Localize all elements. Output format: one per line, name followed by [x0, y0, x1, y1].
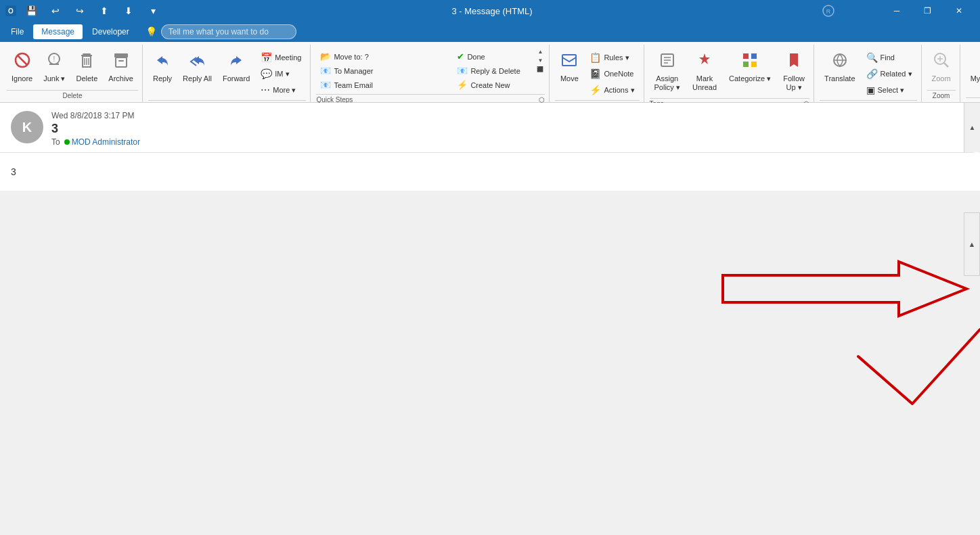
email-from: To MOD Administrator	[51, 137, 969, 147]
svg-text:O: O	[8, 7, 14, 15]
move-buttons: Move 📋 Rules ▾ 📓 OneNote ⚡ Actions ▾	[555, 45, 639, 99]
svg-rect-9	[83, 53, 91, 55]
mark-unread-btn[interactable]: MarkUnread	[688, 47, 721, 95]
onenote-label: OneNote	[604, 70, 633, 78]
team-email-btn[interactable]: 📧 Team Email	[316, 78, 451, 91]
archive-icon	[112, 51, 131, 72]
menu-bar: File Message Developer 💡	[0, 22, 980, 42]
categorize-label: Categorize ▾	[729, 74, 771, 83]
assign-policy-btn[interactable]: AssignPolicy ▾	[650, 47, 685, 95]
qs-scroll-up-btn[interactable]: ▲	[537, 49, 543, 55]
reply-all-btn[interactable]: Reply All	[178, 47, 217, 87]
zoom-btn[interactable]: Zoom	[927, 47, 956, 87]
forward-btn[interactable]: Forward	[218, 47, 254, 87]
ribbon-group-zoom: Zoom Zoom	[923, 45, 960, 102]
tell-me-input[interactable]	[161, 24, 296, 39]
move-label: Move	[560, 74, 579, 83]
rules-btn[interactable]: 📋 Rules ▾	[585, 50, 639, 65]
junk-btn[interactable]: ! Junk ▾	[39, 47, 70, 87]
redo-titlebar-btn[interactable]: ↪	[70, 1, 89, 20]
to-manager-icon: 📧	[320, 66, 331, 76]
restore-btn[interactable]: ❐	[912, 0, 943, 22]
translate-btn[interactable]: Translate	[820, 47, 860, 87]
upload-titlebar-btn[interactable]: ⬆	[95, 1, 114, 20]
svg-rect-15	[116, 57, 127, 67]
reply-btn[interactable]: Reply	[148, 47, 177, 87]
move-to-btn[interactable]: 📂 Move to: ?	[316, 50, 451, 63]
zoom-buttons: Zoom	[927, 45, 956, 89]
related-btn[interactable]: 🔗 Related ▾	[862, 66, 917, 81]
find-btn[interactable]: 🔍 Find	[862, 50, 917, 65]
done-label: Done	[467, 53, 485, 61]
create-new-icon: ⚡	[457, 80, 468, 90]
find-icon: 🔍	[866, 52, 878, 63]
to-manager-btn[interactable]: 📧 To Manager	[316, 64, 451, 77]
team-email-icon: 📧	[320, 80, 331, 90]
menu-file[interactable]: File	[3, 24, 32, 39]
qs-scroll-down-btn[interactable]: ▼	[537, 57, 543, 64]
ignore-label: Ignore	[12, 74, 32, 83]
zoom-icon	[932, 51, 951, 72]
follow-up-btn[interactable]: FollowUp ▾	[778, 47, 809, 95]
reply-delete-btn[interactable]: 📧 Reply & Delete	[453, 64, 534, 77]
undo-titlebar-btn[interactable]: ↩	[46, 1, 65, 20]
delete-label: Delete	[76, 74, 98, 83]
ribbon-group-respond: Reply Reply All Forward 📅 Meeting	[144, 45, 311, 102]
actions-label: Actions ▾	[604, 86, 634, 95]
ribbon: Ignore ! Junk ▾ Delete Archive D	[0, 42, 980, 103]
sender-name: MOD Administrator	[64, 137, 140, 147]
email-header: K ○ Wed 8/8/2018 3:17 PM 3 To MOD Admini…	[0, 103, 980, 153]
ribbon-group-editing: Translate 🔍 Find 🔗 Related ▾ ▣ Select ▾ …	[816, 45, 921, 102]
svg-text:R: R	[826, 8, 831, 15]
app-icon[interactable]: O	[5, 5, 16, 16]
actions-btn[interactable]: ⚡ Actions ▾	[585, 83, 639, 97]
im-label: IM ▾	[275, 70, 289, 78]
save-titlebar-btn[interactable]: 💾	[22, 1, 41, 20]
meeting-label: Meeting	[275, 53, 301, 62]
archive-btn[interactable]: Archive	[104, 47, 138, 87]
categorize-btn[interactable]: Categorize ▾	[724, 47, 776, 87]
translate-label: Translate	[824, 74, 855, 83]
categorize-icon	[740, 51, 759, 72]
ribbon-group-quick-steps: 📂 Move to: ? 📧 To Manager 📧 Team Email ✔…	[312, 45, 550, 102]
select-btn[interactable]: ▣ Select ▾	[862, 83, 917, 97]
svg-rect-16	[118, 60, 124, 62]
menu-developer[interactable]: Developer	[84, 24, 137, 39]
myanalytics-btn[interactable]: MyAnalytics MyAnalytics	[966, 47, 980, 87]
ignore-btn[interactable]: Ignore	[7, 47, 37, 87]
svg-line-31	[944, 63, 948, 67]
close-btn[interactable]: ✕	[943, 0, 975, 22]
onenote-btn[interactable]: 📓 OneNote	[585, 66, 639, 81]
reply-icon	[153, 51, 172, 72]
delete-group-label: Delete	[7, 90, 138, 102]
email-collapse-btn[interactable]: ▲	[964, 103, 980, 152]
assign-policy-icon	[658, 51, 677, 72]
forward-icon	[227, 51, 246, 72]
menu-message[interactable]: Message	[33, 24, 83, 39]
rules-icon: 📋	[589, 52, 601, 63]
ribbon-group-tags: AssignPolicy ▾ MarkUnread Categorize ▾ F…	[646, 45, 815, 102]
move-btn[interactable]: Move	[555, 47, 583, 87]
create-new-btn[interactable]: ⚡ Create New	[453, 78, 534, 91]
reply-all-icon	[188, 51, 207, 72]
down-titlebar-btn[interactable]: ⬇	[119, 1, 138, 20]
translate-icon	[830, 51, 849, 72]
customize-titlebar-btn[interactable]: ▾	[143, 1, 162, 20]
side-collapse-btn[interactable]: ▲	[964, 212, 980, 276]
actions-icon: ⚡	[589, 85, 601, 95]
more-btn[interactable]: ⋯ More ▾	[256, 83, 306, 97]
sender-avatar: K ○	[11, 111, 43, 143]
tell-me-box[interactable]: 💡	[146, 24, 296, 39]
more-icon: ⋯	[261, 85, 270, 95]
email-meta: Wed 8/8/2018 3:17 PM 3 To MOD Administra…	[51, 111, 969, 147]
junk-label: Junk ▾	[43, 74, 65, 83]
qs-expand-btn[interactable]: ⬛	[537, 66, 543, 72]
meeting-btn[interactable]: 📅 Meeting	[256, 50, 306, 65]
minimize-btn[interactable]: ─	[881, 0, 912, 22]
delete-btn[interactable]: Delete	[72, 47, 103, 87]
annotation-svg	[709, 208, 980, 424]
editing-buttons: Translate 🔍 Find 🔗 Related ▾ ▣ Select ▾	[820, 45, 916, 99]
done-btn[interactable]: ✔ Done	[453, 50, 534, 63]
im-btn[interactable]: 💬 IM ▾	[256, 66, 306, 81]
team-email-label: Team Email	[334, 81, 372, 89]
